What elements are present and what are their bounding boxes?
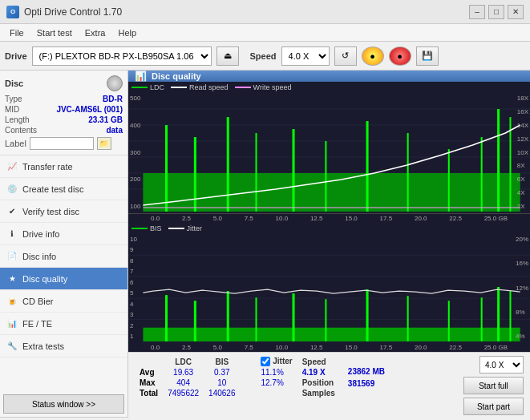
upper-chart-svg xyxy=(128,93,530,212)
legend-write-speed: Write speed xyxy=(235,83,292,91)
position-samples-panel: 23862 MB 381569 xyxy=(348,367,385,388)
svg-rect-17 xyxy=(481,137,483,212)
nav-disc-quality[interactable]: ★ Disc quality xyxy=(0,268,127,290)
legend-jitter: Jitter xyxy=(168,224,203,232)
chart-title: Disc quality xyxy=(152,71,201,81)
nav-drive-info-label: Drive info xyxy=(22,229,59,239)
lower-y-axis-left: 10 9 8 7 6 5 4 3 2 1 xyxy=(130,234,137,341)
write-speed-legend-dot xyxy=(235,87,251,88)
max-ldc: 404 xyxy=(163,378,204,388)
start-part-button[interactable]: Start part xyxy=(463,398,524,415)
disc-icon xyxy=(107,75,123,91)
verify-test-disc-icon: ✔ xyxy=(6,206,18,217)
ldc-header: LDC xyxy=(163,356,204,367)
total-label: Total xyxy=(135,388,163,398)
jitter-checkbox[interactable] xyxy=(261,357,270,366)
svg-rect-20 xyxy=(128,234,530,341)
svg-rect-10 xyxy=(227,117,229,212)
burn-button[interactable]: ● xyxy=(362,46,384,66)
type-row: Type BD-R xyxy=(5,95,123,103)
speed-header: Speed xyxy=(297,356,340,367)
drive-info-icon: ℹ xyxy=(6,228,18,240)
contents-value: data xyxy=(106,126,123,135)
fe-te-icon: 📊 xyxy=(6,318,18,329)
jitter-header: Jitter xyxy=(273,357,292,365)
svg-rect-12 xyxy=(292,129,294,212)
close-button[interactable]: ✕ xyxy=(508,5,524,19)
avg-label: Avg xyxy=(135,367,163,378)
nav-extra-tests-label: Extra tests xyxy=(22,341,64,351)
maximize-button[interactable]: □ xyxy=(488,5,504,19)
toolbar: Drive (F:) PLEXTOR BD-R PX-LB950SA 1.06 … xyxy=(0,42,530,71)
svg-rect-28 xyxy=(227,291,229,341)
stats-area: LDC BIS Jitter Speed Avg 19.63 0.37 11.1… xyxy=(128,352,530,418)
nav-drive-info[interactable]: ℹ Drive info xyxy=(0,223,127,245)
menu-start-test[interactable]: Start test xyxy=(30,26,79,39)
nav-create-test-disc[interactable]: 💿 Create test disc xyxy=(0,178,127,200)
menu-extra[interactable]: Extra xyxy=(79,26,112,39)
action-panel: 4.0 X 2.0 X 1.0 X MAX Start full Start p… xyxy=(463,356,524,415)
nav-transfer-rate[interactable]: 📈 Transfer rate xyxy=(0,155,127,178)
refresh-button[interactable]: ↺ xyxy=(334,46,357,66)
minimize-button[interactable]: – xyxy=(469,5,485,19)
nav-transfer-rate-label: Transfer rate xyxy=(22,162,73,172)
save-button[interactable]: 💾 xyxy=(416,46,439,66)
max-bis: 10 xyxy=(204,378,240,388)
length-row: Length 23.31 GB xyxy=(5,115,123,124)
status-window-button[interactable]: Status window >> xyxy=(3,394,124,414)
speed-label: Speed xyxy=(250,51,277,61)
length-value: 23.31 GB xyxy=(88,115,123,124)
nav-disc-info-label: Disc info xyxy=(22,252,56,261)
samples-row: 381569 xyxy=(348,379,385,388)
avg-jitter: 11.1% xyxy=(256,367,297,378)
svg-rect-9 xyxy=(194,137,196,212)
nav-verify-test-disc[interactable]: ✔ Verify test disc xyxy=(0,200,127,223)
avg-speed: 4.19 X xyxy=(297,367,340,378)
disc-info-panel: Disc Type BD-R MID JVC-AMS6L (001) Lengt… xyxy=(0,71,127,155)
svg-rect-33 xyxy=(407,296,409,341)
extra-tests-icon: 🔧 xyxy=(6,341,18,352)
jitter-legend-dot xyxy=(168,228,184,229)
upper-chart: LDC Read speed Write speed 500 xyxy=(128,82,530,214)
lower-y-axis-right: 20% 16% 12% 8% 4% xyxy=(516,234,528,341)
nav-fe-te-label: FE / TE xyxy=(22,319,52,329)
svg-rect-15 xyxy=(407,133,409,212)
svg-rect-32 xyxy=(366,289,369,341)
legend-read-speed: Read speed xyxy=(171,83,229,91)
main-content: Disc Type BD-R MID JVC-AMS6L (001) Lengt… xyxy=(0,71,530,417)
menu-file[interactable]: File xyxy=(3,26,30,39)
label-row: Label 📁 xyxy=(5,137,123,150)
verify-button[interactable]: ● xyxy=(389,46,411,66)
window-controls: – □ ✕ xyxy=(469,5,524,19)
nav-cd-bier[interactable]: 🍺 CD Bier xyxy=(0,290,127,313)
drive-label: Drive xyxy=(5,51,27,61)
ldc-legend-dot xyxy=(131,87,148,88)
max-jitter: 12.7% xyxy=(256,378,297,388)
label-browse-button[interactable]: 📁 xyxy=(97,137,111,150)
nav-fe-te[interactable]: 📊 FE / TE xyxy=(0,313,127,335)
mid-value: JVC-AMS6L (001) xyxy=(56,105,123,114)
cd-bier-icon: 🍺 xyxy=(6,296,18,307)
menu-help[interactable]: Help xyxy=(111,26,143,39)
start-full-button[interactable]: Start full xyxy=(463,377,524,394)
svg-rect-14 xyxy=(366,121,369,212)
label-label: Label xyxy=(5,139,26,148)
mid-label: MID xyxy=(5,105,19,114)
svg-rect-8 xyxy=(165,125,168,212)
nav-create-test-disc-label: Create test disc xyxy=(22,184,83,194)
eject-button[interactable]: ⏏ xyxy=(216,46,239,66)
nav-verify-test-disc-label: Verify test disc xyxy=(22,207,79,216)
upper-y-axis-left: 500 400 300 200 100 xyxy=(130,93,140,212)
drive-select[interactable]: (F:) PLEXTOR BD-R PX-LB950SA 1.06 xyxy=(32,46,212,66)
x-axis-upper: 0.0 2.5 5.0 7.5 10.0 12.5 15.0 17.5 20.0… xyxy=(128,214,530,223)
label-input[interactable] xyxy=(30,137,94,150)
speed-select[interactable]: 4.0 X xyxy=(281,46,330,66)
nav-disc-info[interactable]: 📄 Disc info xyxy=(0,245,127,268)
position-cell: Position xyxy=(297,378,340,388)
nav-items: 📈 Transfer rate 💿 Create test disc ✔ Ver… xyxy=(0,155,127,391)
svg-rect-13 xyxy=(325,141,326,212)
position-label: Position xyxy=(302,378,334,387)
test-speed-select[interactable]: 4.0 X 2.0 X 1.0 X MAX xyxy=(479,356,524,374)
chart-header-icon: 📊 xyxy=(135,71,147,82)
nav-extra-tests[interactable]: 🔧 Extra tests xyxy=(0,335,127,357)
